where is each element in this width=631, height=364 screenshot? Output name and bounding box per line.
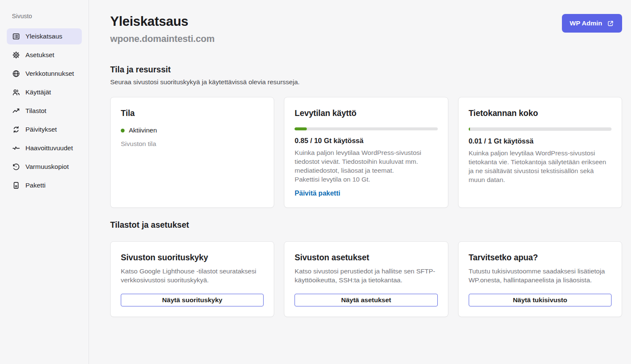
- status-section-title: Tila ja resurssit: [110, 65, 622, 74]
- status-card-title: Tila: [121, 108, 264, 118]
- sidebar-item-label: Varmuuskopiot: [25, 163, 69, 171]
- wp-admin-button-label: WP Admin: [570, 19, 602, 27]
- database-size-title: Tietokannan koko: [469, 108, 612, 118]
- status-section-description: Seuraa sivustosi suorituskykyä ja käytet…: [110, 78, 622, 86]
- sidebar-item-yleiskatsaus[interactable]: Yleiskatsaus: [7, 28, 82, 44]
- sidebar-item-label: Tilastot: [25, 107, 46, 115]
- sidebar-item-label: Yleiskatsaus: [25, 33, 62, 40]
- performance-card: Sivuston suorituskyky Katso Google Light…: [110, 241, 274, 317]
- sidebar: Sivusto Yleiskatsaus Asetukset Verkkotun…: [0, 0, 89, 364]
- status-row: Aktiivinen: [121, 127, 264, 134]
- sidebar-item-asetukset[interactable]: Asetukset: [7, 47, 82, 63]
- disk-usage-card: Levytilan käyttö 0.85 / 10 Gt käytössä K…: [284, 97, 448, 208]
- status-value: Aktiivinen: [129, 127, 157, 134]
- pulse-icon: [12, 144, 20, 152]
- disk-usage-description-text: Kuinka paljon levytilaa WordPress-sivust…: [295, 149, 421, 174]
- help-card-title: Tarvitsetko apua?: [469, 253, 612, 262]
- upgrade-plan-link[interactable]: Päivitä paketti: [295, 190, 340, 197]
- status-cards-row: Tila Aktiivinen Sivuston tila Levytilan …: [110, 97, 622, 208]
- sidebar-item-label: Paketti: [25, 182, 45, 189]
- sidebar-item-label: Käyttäjät: [25, 88, 51, 96]
- history-icon: [12, 163, 20, 171]
- status-card: Tila Aktiivinen Sivuston tila: [110, 97, 274, 208]
- sidebar-item-tilastot[interactable]: Tilastot: [7, 103, 82, 119]
- disk-usage-value: 0.85 / 10 Gt käytössä: [295, 137, 437, 145]
- page-title: Yleiskatsaus: [110, 14, 214, 29]
- database-size-progress-fill: [469, 127, 470, 131]
- performance-card-description: Katso Google Lighthouse -tilastot seurat…: [121, 267, 264, 284]
- sidebar-heading: Sivusto: [7, 13, 82, 19]
- stats-cards-row: Sivuston suorituskyky Katso Google Light…: [110, 241, 622, 317]
- wp-admin-button[interactable]: WP Admin: [562, 14, 622, 33]
- sidebar-item-kayttajat[interactable]: Käyttäjät: [7, 84, 82, 100]
- main-content: Yleiskatsaus wpone.domaintesti.com WP Ad…: [89, 0, 631, 364]
- database-size-value: 0.01 / 1 Gt käytössä: [469, 137, 612, 145]
- stats-section-title: Tilastot ja asetukset: [110, 220, 622, 230]
- settings-card-title: Sivuston asetukset: [295, 253, 437, 262]
- show-performance-button[interactable]: Näytä suorituskyky: [121, 294, 264, 306]
- external-link-icon: [606, 19, 614, 28]
- chart-line-icon: [12, 107, 20, 115]
- page-header-titles: Yleiskatsaus wpone.domaintesti.com: [110, 14, 214, 44]
- disk-usage-title: Levytilan käyttö: [295, 108, 437, 118]
- show-support-site-button[interactable]: Näytä tukisivusto: [469, 294, 612, 306]
- help-card: Tarvitsetko apua? Tutustu tukisivustoomm…: [458, 241, 622, 317]
- page-header: Yleiskatsaus wpone.domaintesti.com WP Ad…: [110, 14, 622, 44]
- settings-card-description: Katso sivustosi perustiedot ja hallitse …: [295, 267, 437, 284]
- database-size-progress: [469, 127, 612, 131]
- sidebar-item-varmuuskopiot[interactable]: Varmuuskopiot: [7, 159, 82, 175]
- sidebar-item-haavoittuvuudet[interactable]: Haavoittuvuudet: [7, 140, 82, 156]
- database-size-card: Tietokannan koko 0.01 / 1 Gt käytössä Ku…: [458, 97, 622, 208]
- status-caption: Sivuston tila: [121, 140, 264, 148]
- sidebar-item-label: Asetukset: [25, 51, 54, 59]
- settings-card: Sivuston asetukset Katso sivustosi perus…: [284, 241, 448, 317]
- disk-plan-note: Pakettisi levytila on 10 Gt.: [295, 176, 370, 183]
- globe-icon: [12, 69, 20, 78]
- sidebar-item-verkkotunnukset[interactable]: Verkkotunnukset: [7, 66, 82, 82]
- status-dot-icon: [121, 129, 125, 132]
- help-card-description: Tutustu tukisivustoomme saadaksesi lisät…: [469, 267, 612, 284]
- refresh-icon: [12, 125, 20, 134]
- disk-usage-description: Kuinka paljon levytilaa WordPress-sivust…: [295, 148, 437, 184]
- sidebar-item-label: Haavoittuvuudet: [25, 144, 73, 152]
- sidebar-item-label: Verkkotunnukset: [25, 70, 74, 77]
- file-icon: [12, 181, 20, 190]
- list-details-icon: [12, 32, 20, 41]
- sidebar-item-paivitykset[interactable]: Päivitykset: [7, 121, 82, 138]
- database-size-description: Kuinka paljon levytilaa WordPress-sivust…: [469, 149, 612, 184]
- performance-card-title: Sivuston suorituskyky: [121, 253, 264, 262]
- gear-icon: [12, 51, 20, 59]
- sidebar-item-paketti[interactable]: Paketti: [7, 177, 82, 193]
- show-settings-button[interactable]: Näytä asetukset: [295, 294, 437, 306]
- sidebar-item-label: Päivitykset: [25, 126, 57, 133]
- users-icon: [12, 88, 20, 97]
- disk-usage-progress-fill: [295, 127, 307, 130]
- disk-usage-progress: [295, 127, 437, 130]
- site-domain: wpone.domaintesti.com: [110, 33, 214, 44]
